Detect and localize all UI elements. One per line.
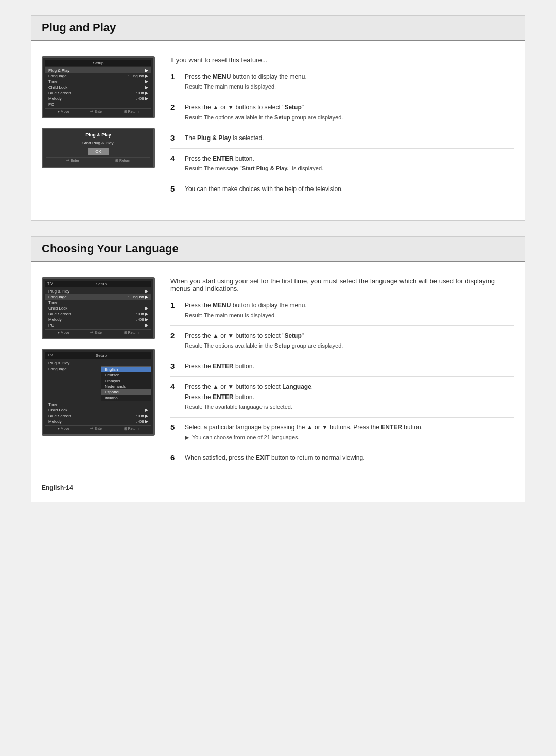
menu-row-plug-play-lang2: Plug & Play [45,360,151,366]
tv-screen-1: Setup Plug & Play▶ Language: English ▶ T… [42,56,155,118]
step-number-2: 2 [170,102,180,111]
menu-row-childlock-lang2: Child Lock▶ [45,407,151,413]
menu-row-childlock: Child Lock▶ [45,84,151,90]
choosing-language-left-panel: T V Setup Plug & Play▶ Language: English… [42,277,155,474]
step-number-lang-4: 4 [170,382,180,391]
menu-row-language: Language: English ▶ [45,73,151,79]
choosing-language-steps: 1 Press the MENU button to display the m… [170,301,514,469]
plug-and-play-section: Plug and Play Setup Plug & Play▶ Languag… [31,15,525,221]
plug-and-play-intro: If you want to reset this feature... [170,56,514,64]
menu-row-pc-lang1: PC▶ [45,322,151,328]
menu-row-bluescreen-lang2: Blue Screen: Off ▶ [45,413,151,419]
step-text-5: You can then make choices with the help … [185,184,343,194]
plug-and-play-steps: 1 Press the MENU button to display the m… [170,72,514,200]
plug-and-play-content: Setup Plug & Play▶ Language: English ▶ T… [31,51,525,210]
step-text-lang-4: Press the ▲ or ▼ buttons to select Langu… [185,382,313,412]
step-item: 4 Press the ENTER button. Result: The me… [170,154,514,179]
step-number-lang-1: 1 [170,301,180,310]
step-item: 1 Press the MENU button to display the m… [170,301,514,326]
page-number: English-14 [31,479,525,491]
tv-dialog-body: Start Plug & Play. [46,141,150,145]
language-dropdown: English Deutsch Français Nederlands Espa… [101,366,151,401]
menu-row-childlock-lang1: Child Lock▶ [45,305,151,311]
tv-screen-1-footer: ♦ Move↵ Enter⊞ Return [45,108,151,115]
menu-row-time-lang2: Time [45,402,151,407]
step-text-lang-6: When satisfied, press the EXIT button to… [185,453,365,463]
lang-espanol: Español [101,389,151,395]
step-text-1: Press the MENU button to display the men… [185,72,307,92]
step-text-lang-3: Press the ENTER button. [185,362,254,371]
tv-screen-lang-1-footer: ♦ Move↵ Enter⊞ Return [45,329,151,336]
menu-row-melody-lang1: Melody: Off ▶ [45,317,151,322]
step-item: 2 Press the ▲ or ▼ buttons to select "Se… [170,102,514,128]
menu-row-melody: Melody: Off ▶ [45,96,151,101]
step-number-lang-6: 6 [170,453,180,462]
tv-dialog-title: Plug & Play [46,132,150,138]
lang-nederlands: Nederlands [101,384,151,389]
step-item: 4 Press the ▲ or ▼ buttons to select Lan… [170,382,514,418]
menu-row-language-lang1: Language: English ▶ [45,294,151,300]
lang-italiano: Italiano [101,395,151,401]
step-item: 3 Press the ENTER button. [170,362,514,377]
menu-row-plug-play-lang1: Plug & Play▶ [45,288,151,294]
step-item: 1 Press the MENU button to display the m… [170,72,514,97]
tv-screen-lang-2-header: T V Setup [45,352,151,359]
step-text-2: Press the ▲ or ▼ buttons to select "Setu… [185,102,343,122]
step-text-lang-2: Press the ▲ or ▼ buttons to select "Setu… [185,331,343,351]
choosing-language-header: Choosing Your Language [31,237,525,262]
choosing-language-section: Choosing Your Language T V Setup Plug & … [31,236,525,502]
plug-and-play-left-panel: Setup Plug & Play▶ Language: English ▶ T… [42,56,155,205]
step-text-3: The Plug & Play is selected. [185,133,264,143]
lang-deutsch: Deutsch [101,372,151,378]
step-number-4: 4 [170,154,180,163]
menu-row-bluescreen: Blue Screen: Off ▶ [45,90,151,96]
choosing-language-title: Choosing Your Language [42,242,179,255]
menu-row-language-lang2: Language English Deutsch Français Nederl… [45,366,151,402]
tv-screen-lang-2: T V Setup Plug & Play Language English D… [42,349,155,436]
step-text-lang-1: Press the MENU button to display the men… [185,301,307,320]
tv-dialog-footer: ↵ Enter⊞ Return [46,157,150,164]
lang-francais: Français [101,378,151,384]
menu-row-time: Time▶ [45,79,151,84]
step-text-lang-5: Select a particular language by pressing… [185,423,423,442]
menu-row-plug-play: Plug & Play▶ [45,67,151,73]
step-number-5: 5 [170,184,180,193]
step-item: 2 Press the ▲ or ▼ buttons to select "Se… [170,331,514,356]
step-item: 6 When satisfied, press the EXIT button … [170,453,514,468]
tv-screen-lang-1: T V Setup Plug & Play▶ Language: English… [42,277,155,339]
tv-screen-lang-2-footer: ♦ Move↵ Enter⊞ Return [45,425,151,432]
lang-english: English [101,367,151,372]
step-number-lang-3: 3 [170,362,180,370]
menu-row-pc: PC [45,101,151,107]
choosing-language-content: T V Setup Plug & Play▶ Language: English… [31,272,525,479]
step-item: 5 You can then make choices with the hel… [170,184,514,199]
menu-row-time-lang1: Time [45,300,151,305]
step-number-1: 1 [170,72,180,81]
step-text-4: Press the ENTER button. Result: The mess… [185,154,323,174]
menu-row-melody-lang2: Melody: Off ▶ [45,419,151,424]
plug-and-play-title: Plug and Play [42,21,116,34]
menu-row-bluescreen-lang1: Blue Screen: Off ▶ [45,311,151,317]
step-number-3: 3 [170,133,180,142]
page-container: Plug and Play Setup Plug & Play▶ Languag… [0,0,556,756]
plug-and-play-header: Plug and Play [31,16,525,41]
step-item: 5 Select a particular language by pressi… [170,423,514,448]
choosing-language-intro: When you start using your set for the fi… [170,277,514,293]
tv-screen-1-header: Setup [45,60,151,66]
step-item: 3 The Plug & Play is selected. [170,133,514,149]
choosing-language-right-panel: When you start using your set for the fi… [170,277,514,474]
tv-screen-lang-1-header: T V Setup [45,281,151,287]
plug-and-play-right-panel: If you want to reset this feature... 1 P… [170,56,514,205]
tv-dialog-1: Plug & Play Start Plug & Play. OK ↵ Ente… [42,128,155,168]
tv-dialog-ok-btn: OK [88,148,109,155]
step-number-lang-2: 2 [170,331,180,340]
step-number-lang-5: 5 [170,423,180,432]
